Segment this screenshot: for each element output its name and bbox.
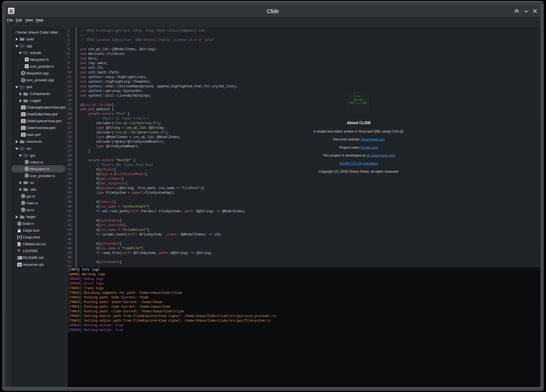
svg-text:+: + (23, 72, 25, 74)
svg-text:Qt: Qt (18, 263, 21, 266)
svg-text:R: R (26, 161, 28, 164)
svg-text:H: H (26, 58, 28, 61)
svg-text:R: R (22, 195, 24, 198)
svg-text:Qt: Qt (22, 113, 25, 116)
svg-text:T: T (19, 236, 20, 239)
svg-text:R: R (26, 167, 28, 170)
svg-text:+: + (23, 79, 25, 81)
svg-text:R: R (22, 208, 24, 211)
svg-text:H: H (26, 65, 28, 68)
svg-text:Qt: Qt (22, 133, 25, 136)
svg-text:Qt: Qt (22, 106, 25, 109)
svg-text:R: R (18, 222, 20, 225)
svg-text:R: R (26, 174, 28, 177)
svg-text:R: R (22, 202, 24, 205)
svg-text:Qt: Qt (22, 127, 25, 130)
svg-text:Qt: Qt (22, 120, 25, 123)
